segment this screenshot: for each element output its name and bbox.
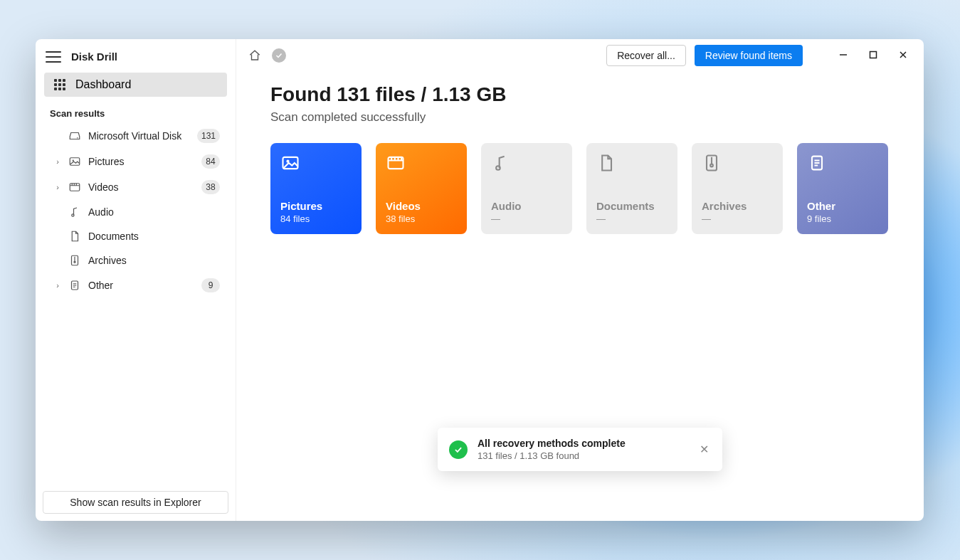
sidebar-item-documents[interactable]: › Documents [44,225,227,248]
svg-point-14 [710,164,713,167]
review-found-items-button[interactable]: Review found items [695,45,803,66]
count-badge: 131 [197,129,220,143]
chevron-right-icon: › [54,281,61,290]
toast-subtitle: 131 files / 1.13 GB found [478,450,687,461]
sidebar-section-scan-results: Scan results [41,104,230,123]
svg-rect-3 [70,184,80,191]
card-archives: Archives — [692,143,783,234]
main-panel: Recover all... Review found items Found … [236,39,924,521]
svg-rect-8 [870,52,877,58]
topbar: Recover all... Review found items [236,39,924,72]
disk-icon [68,130,81,142]
count-badge: 38 [201,180,220,194]
document-icon [596,153,618,174]
menu-icon[interactable] [46,51,61,63]
app-title: Disk Drill [71,51,117,63]
status-icon [272,48,286,63]
page-subtitle: Scan completed successfully [270,110,890,125]
close-icon[interactable]: ✕ [697,443,711,456]
card-other[interactable]: Other 9 files [797,143,888,234]
card-pictures[interactable]: Pictures 84 files [270,143,362,234]
chevron-right-icon: › [54,183,61,191]
sidebar-item-dashboard[interactable]: Dashboard [44,73,227,97]
card-audio: Audio — [481,143,572,234]
chevron-right-icon: › [54,157,61,166]
close-button[interactable] [892,50,914,61]
card-documents: Documents — [586,143,677,234]
video-icon [386,153,407,174]
app-window: Disk Drill Dashboard Scan results › Micr… [36,39,924,521]
show-in-explorer-button[interactable]: Show scan results in Explorer [43,491,228,514]
sidebar-item-videos[interactable]: › Videos 38 [44,175,227,199]
svg-rect-1 [70,158,80,166]
sidebar-item-other[interactable]: › Other 9 [44,273,227,297]
check-icon [449,440,468,459]
image-icon [280,153,302,174]
dashboard-icon [54,79,65,90]
home-icon[interactable] [246,47,263,64]
card-videos[interactable]: Videos 38 files [376,143,467,234]
sidebar-item-audio[interactable]: › Audio [44,201,227,223]
minimize-button[interactable] [833,50,854,61]
dashboard-label: Dashboard [75,78,131,91]
sidebar-item-pictures[interactable]: › Pictures 84 [44,149,227,174]
recover-all-button[interactable]: Recover all... [606,45,686,66]
count-badge: 9 [201,278,220,292]
other-icon [807,153,828,174]
video-icon [68,181,81,194]
sidebar: Disk Drill Dashboard Scan results › Micr… [36,39,236,521]
other-icon [68,279,81,292]
archive-icon [68,254,81,267]
audio-icon [491,153,512,174]
svg-point-12 [496,166,500,170]
svg-point-4 [72,214,74,216]
image-icon [68,155,81,168]
sidebar-item-disk[interactable]: › Microsoft Virtual Disk 131 [44,124,227,148]
category-cards: Pictures 84 files Videos 38 files Audio … [270,143,890,234]
svg-point-0 [77,137,78,139]
page-title: Found 131 files / 1.13 GB [270,83,890,106]
sidebar-item-archives[interactable]: › Archives [44,249,227,272]
document-icon [68,230,81,243]
audio-icon [68,206,81,218]
toast-title: All recovery methods complete [478,438,687,449]
completion-toast: All recovery methods complete 131 files … [438,428,722,471]
archive-icon [702,153,723,174]
svg-point-6 [74,261,75,263]
maximize-button[interactable] [863,50,884,61]
count-badge: 84 [201,154,220,169]
